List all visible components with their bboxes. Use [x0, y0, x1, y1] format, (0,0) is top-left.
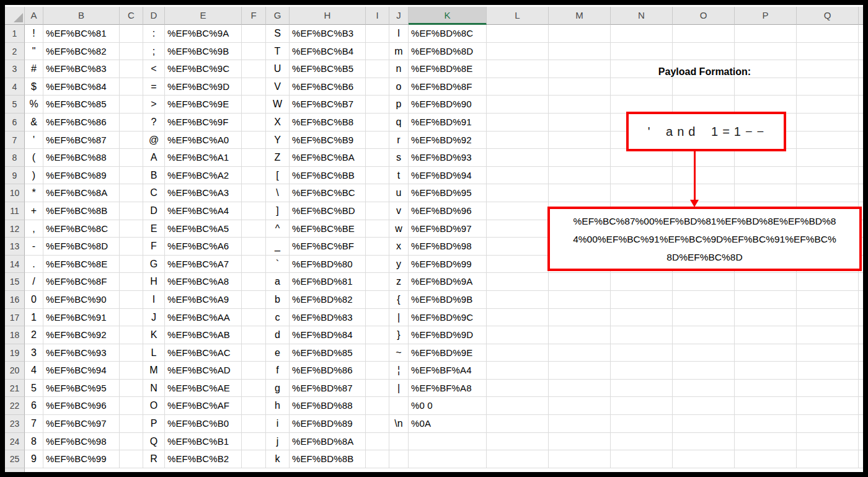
cell-A5[interactable]: % — [25, 96, 43, 114]
cell-G15[interactable]: a — [266, 273, 290, 291]
cell-Q8[interactable] — [797, 149, 859, 167]
cell-B18[interactable]: %EF%BC%92 — [43, 326, 120, 344]
cell-D25[interactable]: R — [143, 450, 165, 468]
cell-A2[interactable]: " — [25, 43, 43, 61]
cell-F2[interactable] — [242, 43, 266, 61]
cell-J3[interactable]: n — [389, 60, 409, 78]
cell-P10[interactable] — [735, 184, 797, 202]
column-header-C[interactable]: C — [120, 7, 143, 25]
cell-L7[interactable] — [487, 132, 549, 149]
cell-G21[interactable]: g — [266, 380, 290, 398]
cell-P13[interactable] — [735, 238, 797, 256]
cell-D4[interactable]: = — [143, 78, 165, 96]
cell-P2[interactable] — [735, 43, 797, 61]
cell-K20[interactable]: %EF%BF%A4 — [409, 362, 487, 380]
cell-C2[interactable] — [120, 43, 143, 61]
cell-D13[interactable]: F — [143, 238, 165, 256]
cell-J6[interactable]: q — [389, 114, 409, 132]
cell-H7[interactable]: %EF%BC%B9 — [290, 132, 366, 149]
cell-M24[interactable] — [549, 433, 611, 451]
cell-Q24[interactable] — [797, 433, 859, 451]
cell-G2[interactable]: T — [266, 43, 290, 61]
cell-J23[interactable]: \n — [389, 415, 409, 433]
cell-A23[interactable]: 7 — [25, 415, 43, 433]
cell-E18[interactable]: %EF%BC%AB — [165, 326, 242, 344]
cell-K9[interactable]: %EF%BD%94 — [409, 167, 487, 185]
cell-E7[interactable]: %EF%BC%A0 — [165, 132, 242, 149]
cell-I5[interactable] — [366, 96, 389, 114]
cell-F8[interactable] — [242, 149, 266, 167]
cell-P4[interactable] — [735, 78, 797, 96]
cell-E4[interactable]: %EF%BC%9D — [165, 78, 242, 96]
cell-E22[interactable]: %EF%BC%AF — [165, 397, 242, 415]
cell-I25[interactable] — [366, 450, 389, 468]
cell-N9[interactable] — [611, 167, 673, 185]
cell-A10[interactable]: * — [25, 184, 43, 202]
row-header-19[interactable]: 19 — [5, 344, 25, 362]
cell-Q20[interactable] — [797, 362, 859, 380]
cell-P5[interactable] — [735, 96, 797, 114]
column-header-M[interactable]: M — [549, 7, 611, 25]
cell-B16[interactable]: %EF%BC%90 — [43, 291, 120, 309]
cell-N1[interactable] — [611, 25, 673, 43]
cell-D18[interactable]: K — [143, 326, 165, 344]
cell-D17[interactable]: J — [143, 309, 165, 327]
cell-L10[interactable] — [487, 184, 549, 202]
cell-H3[interactable]: %EF%BC%B5 — [290, 60, 366, 78]
cell-P23[interactable] — [735, 415, 797, 433]
cell-P1[interactable] — [735, 25, 797, 43]
cell-E9[interactable]: %EF%BC%A2 — [165, 167, 242, 185]
row-header-23[interactable]: 23 — [5, 415, 25, 433]
cell-D11[interactable]: D — [143, 202, 165, 220]
cell-F5[interactable] — [242, 96, 266, 114]
cell-A6[interactable]: & — [25, 114, 43, 132]
cell-D22[interactable]: O — [143, 397, 165, 415]
cell-A4[interactable]: $ — [25, 78, 43, 96]
cell-K1[interactable]: %EF%BD%8C — [409, 25, 487, 43]
cell-K2[interactable]: %EF%BD%8D — [409, 43, 487, 61]
cell-P3[interactable] — [735, 60, 797, 78]
cell-M25[interactable] — [549, 450, 611, 468]
cell-O6[interactable] — [673, 114, 735, 132]
cell-I15[interactable] — [366, 273, 389, 291]
cell-G23[interactable]: i — [266, 415, 290, 433]
cell-P18[interactable] — [735, 326, 797, 344]
cell-F18[interactable] — [242, 326, 266, 344]
cell-I22[interactable] — [366, 397, 389, 415]
cell-N10[interactable] — [611, 184, 673, 202]
cell-C18[interactable] — [120, 326, 143, 344]
cell-M22[interactable] — [549, 397, 611, 415]
cell-N8[interactable] — [611, 149, 673, 167]
cell-F4[interactable] — [242, 78, 266, 96]
cell-G10[interactable]: \ — [266, 184, 290, 202]
cell-L25[interactable] — [487, 450, 549, 468]
cell-E19[interactable]: %EF%BC%AC — [165, 344, 242, 362]
cell-K11[interactable]: %EF%BD%96 — [409, 202, 487, 220]
cell-B20[interactable]: %EF%BC%94 — [43, 362, 120, 380]
cell-G22[interactable]: h — [266, 397, 290, 415]
cell-O15[interactable] — [673, 273, 735, 291]
cell-I14[interactable] — [366, 256, 389, 274]
cell-F10[interactable] — [242, 184, 266, 202]
cell-M11[interactable] — [549, 202, 611, 220]
cell-M4[interactable] — [549, 78, 611, 96]
cell-A19[interactable]: 3 — [25, 344, 43, 362]
cell-F1[interactable] — [242, 25, 266, 43]
cell-C5[interactable] — [120, 96, 143, 114]
cell-A3[interactable]: # — [25, 60, 43, 78]
cell-C13[interactable] — [120, 238, 143, 256]
column-header-F[interactable]: F — [242, 7, 266, 25]
cell-K7[interactable]: %EF%BD%92 — [409, 132, 487, 149]
cell-K10[interactable]: %EF%BD%95 — [409, 184, 487, 202]
row-header-24[interactable]: 24 — [5, 433, 25, 451]
cell-I10[interactable] — [366, 184, 389, 202]
cell-J11[interactable]: v — [389, 202, 409, 220]
cell-J5[interactable]: p — [389, 96, 409, 114]
cell-I21[interactable] — [366, 380, 389, 398]
cell-H5[interactable]: %EF%BC%B7 — [290, 96, 366, 114]
cell-P19[interactable] — [735, 344, 797, 362]
cell-O23[interactable] — [673, 415, 735, 433]
cell-L15[interactable] — [487, 273, 549, 291]
cell-C10[interactable] — [120, 184, 143, 202]
cell-C8[interactable] — [120, 149, 143, 167]
